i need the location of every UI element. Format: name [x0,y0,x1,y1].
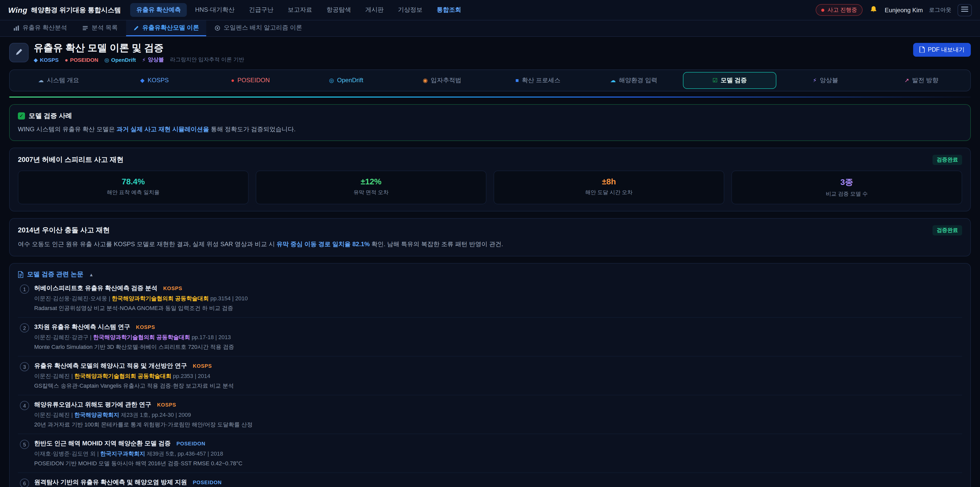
section-pill[interactable]: ■확산 프로세스 [491,72,585,89]
section-pill[interactable]: ↗발전 방향 [874,72,968,89]
papers-list: 1 허베이스피리트호 유출유 확산예측 검증 분석 KOSPS 이문진·김선웅·… [18,279,962,487]
paper-list-item[interactable]: 2 3차원 유출유 확산예측 시스템 연구 KOSPS 이문진·김혜진·강관구 … [18,318,962,356]
app-logo[interactable]: Wing 해양환경 위기대응 통합시스템 [8,5,121,14]
section-pill[interactable]: ◎OpenDrift [299,72,393,89]
wuyishan-text: 여수 오동도 인근 원유 유출 사고를 KOSPS 모델로 재현한 결과, 실제… [18,240,962,249]
nav-item[interactable]: 긴급구난 [243,3,280,17]
tab-label: 유출유확산모델 이론 [142,24,199,32]
pill-label: 입자추적법 [431,76,461,85]
paper-pages-year: pp.17-18 | 2013 [192,334,231,340]
tab-item[interactable]: 오일펜스 배치 알고리즘 이론 [207,21,309,36]
section-pill[interactable]: ☁시스템 개요 [12,72,106,89]
paper-journal-link[interactable]: 한국지구과학회지 [100,450,145,457]
sub-tabbar: 유출유 확산분석분석 목록유출유확산모델 이론오일펜스 배치 알고리즘 이론 [0,21,980,37]
paper-pages-year: pp.3154 | 2010 [210,295,248,301]
pill-label: 시스템 개요 [47,76,79,85]
pill-icon: ◎ [329,78,334,83]
menu-button[interactable] [958,4,972,16]
app-title: 해양환경 위기대응 통합시스템 [31,5,121,14]
nav-item[interactable]: 항공탐색 [320,3,357,17]
tab-item[interactable]: 유출유확산모델 이론 [126,21,206,36]
section-pill[interactable]: ●POSEIDON [204,72,298,89]
paper-meta: 이문진·김혜진 | 한국해양과학기술협의회 공동학술대회 pp.2353 | 2… [34,372,960,380]
model-chip: ◎OpenDrift [104,57,136,63]
paper-description: 20년 과거자료 기반 100회 몬테카를로 통계 위험평가·가로림만 해안/어… [34,421,960,428]
verification-heading: ✓ 모델 검증 사례 [18,111,962,121]
incident-dot-icon [821,8,824,11]
chart-icon [13,25,19,31]
pill-label: KOSPS [148,77,169,84]
paper-journal-link[interactable]: 한국해양과학기술협의회 공동학술대회 [74,373,171,379]
logout-button[interactable]: 로그아웃 [929,6,951,14]
section-pill[interactable]: ◆KOSPS [108,72,202,89]
document-icon [18,271,24,278]
brand-mark: Wing [8,6,27,14]
collapse-arrow-icon: ▲ [89,272,94,277]
gradient-divider [9,97,971,97]
stat-box: ±12%유막 면적 오차 [256,171,487,204]
paper-journal-link[interactable]: 한국해양과학기술협의회 공동학술대회 [112,295,209,301]
stat-box: ±8h해안 도달 시간 오차 [493,171,724,204]
incident-status-badge[interactable]: 사고 진행중 [816,4,862,16]
model-glyph-icon: ● [65,57,68,63]
paper-model-badge: KOSPS [192,363,212,369]
model-glyph-icon: ◎ [104,57,109,63]
nav-item[interactable]: 보고자료 [282,3,318,17]
section-pill[interactable]: ☑모델 검증 [682,72,776,89]
pill-label: OpenDrift [337,77,363,84]
verified-badge: 검증완료 [932,155,962,165]
simulation-link[interactable]: 과거 실제 사고 재현 시뮬레이션을 [117,126,209,133]
nav-item[interactable]: 통합조회 [431,3,467,17]
paper-journal-link[interactable]: 한국해양과학기술협의회 공동학술대회 [93,334,190,340]
incident-label: 사고 진행중 [827,6,857,14]
paper-pages-year: 제23권 1호, pp.24-30 | 2009 [121,412,191,418]
paper-description: POSEIDON 기반 MOHID 모델 동아시아 해역 2016년 검증·SS… [34,460,960,467]
paper-number: 6 [20,479,29,487]
tab-item[interactable]: 분석 목록 [75,21,125,36]
nav-item[interactable]: HNS·대기확산 [189,3,241,17]
nav-item[interactable]: 기상정보 [392,3,428,17]
paper-title: 해양유류오염사고 위해도 평가에 관한 연구 [34,401,151,408]
section-pill[interactable]: ⚡앙상블 [779,72,873,89]
notifications-button[interactable] [869,4,879,16]
paper-list-item[interactable]: 6 원격탐사 기반의 유출유 확산예측 및 해양오염 방제 지원 POSEIDO… [18,473,962,487]
paper-title: 허베이스피리트호 유출유 확산예측 검증 분석 [34,284,158,292]
hebei-title: 2007년 허베이 스피리트 사고 재현 [18,155,124,165]
model-chip: ⚡앙상블 [142,56,164,63]
paper-authors: 이문진·김선웅·김혜진·오세웅 [34,295,107,301]
papers-collapse-toggle[interactable]: 모델 검증 관련 논문 ▲ [18,270,962,279]
paper-list-item[interactable]: 5 한반도 인근 해역 MOHID 지역 해양순환 모델 검증 POSEIDON… [18,434,962,473]
user-name: Eunjeong Kim [885,6,923,14]
paper-description: Monte Carlo Simulation 기반 3D 확산모델·허베이 스피… [34,343,960,351]
section-pill[interactable]: ☁해양환경 입력 [587,72,681,89]
paper-model-badge: POSEIDON [177,441,205,446]
hamburger-icon [961,6,968,14]
pill-icon: ◉ [423,78,428,83]
paper-journal-link[interactable]: 한국해양공학회지 [74,412,119,418]
main-nav: 유출유 확산예측HNS·대기확산긴급구난보고자료항공탐색게시판기상정보통합조회 [130,3,467,17]
stat-value: 3종 [736,177,958,188]
paper-title: 유출유 확산예측 모델의 해양사고 적용 및 개선방안 연구 [34,362,187,369]
bell-icon [870,5,878,14]
paper-list-item[interactable]: 4 해양유류오염사고 위해도 평가에 관한 연구 KOSPS 이문진·김혜진 |… [18,395,962,434]
pill-label: 앙상블 [820,76,838,85]
list-icon [83,25,89,31]
nav-item[interactable]: 게시판 [359,3,390,17]
tab-label: 유출유 확산분석 [22,24,67,32]
section-pill[interactable]: ◉입자추적법 [395,72,489,89]
paper-number: 4 [20,401,29,410]
pill-icon: ☑ [713,78,718,83]
wuyishan-title: 2014년 우이산 충돌 사고 재현 [18,226,110,235]
paper-description: GS칼텍스 송유관·Captain Vangelis 유출사고 적용 검증·현장… [34,382,960,390]
pen-icon [133,25,139,31]
tab-item[interactable]: 유출유 확산분석 [6,21,74,36]
stat-label: 해안 표착 예측 일치율 [22,189,244,196]
match-rate-link[interactable]: 유막 중심 이동 경로 일치율 82.1% [277,241,369,248]
app-viewport: Wing 해양환경 위기대응 통합시스템 유출유 확산예측HNS·대기확산긴급구… [0,0,980,487]
paper-list-item[interactable]: 3 유출유 확산예측 모델의 해양사고 적용 및 개선방안 연구 KOSPS 이… [18,356,962,395]
verification-text: WING 시스템의 유출유 확산 모델은 과거 실제 사고 재현 시뮬레이션을 … [18,125,962,134]
pdf-export-button[interactable]: PDF 내보내기 [913,43,971,57]
paper-meta: 이재호·임병준·김도연 외 | 한국지구과학회지 제39권 5호, pp.436… [34,450,960,458]
paper-list-item[interactable]: 1 허베이스피리트호 유출유 확산예측 검증 분석 KOSPS 이문진·김선웅·… [18,279,962,318]
nav-item[interactable]: 유출유 확산예측 [130,3,187,17]
